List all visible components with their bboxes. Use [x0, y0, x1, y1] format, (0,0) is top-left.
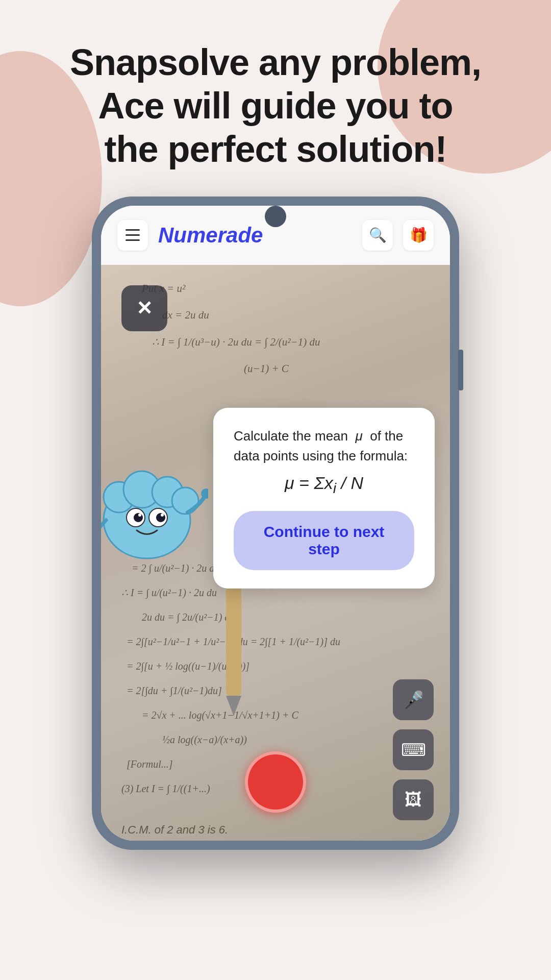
- gift-icon: 🎁: [410, 227, 428, 243]
- keyboard-icon: ⌨: [401, 740, 426, 760]
- svg-point-8: [156, 513, 165, 522]
- app-logo: Numerade: [158, 223, 352, 248]
- bottom-controls: 🎤 ⌨ 🖼: [393, 679, 434, 820]
- continue-button[interactable]: Continue to next step: [234, 511, 414, 570]
- record-button[interactable]: [245, 751, 306, 813]
- headline-line3: the perfect solution!: [104, 129, 446, 169]
- phone-inner: Numerade 🔍 🎁 Put x = u² dx = 2u du ∴ I =…: [101, 206, 450, 841]
- camera-view: Put x = u² dx = 2u du ∴ I = ∫ 1/(u³−u) ·…: [101, 265, 450, 841]
- screen-bottom-text: I.C.M. of 2 and 3 is 6.: [121, 823, 228, 837]
- pen-visual: [203, 573, 264, 728]
- gallery-icon: 🖼: [405, 790, 422, 810]
- search-icon: 🔍: [369, 227, 387, 243]
- mascot: [101, 459, 208, 571]
- svg-marker-14: [226, 696, 241, 716]
- svg-point-10: [161, 513, 164, 517]
- headline-text: Snapsolve any problem, Ace will guide yo…: [31, 41, 520, 171]
- phone-camera: [265, 206, 286, 227]
- info-card: Calculate the mean μ of the data points …: [213, 408, 435, 589]
- flash-x-icon: ✕: [136, 297, 153, 320]
- math-lines-bg: Put x = u² dx = 2u du ∴ I = ∫ 1/(u³−u) ·…: [142, 275, 430, 382]
- info-card-description: Calculate the mean μ of the data points …: [234, 426, 414, 466]
- hamburger-line3: [126, 239, 140, 241]
- phone-side-button: [458, 350, 463, 390]
- mic-icon: 🎤: [403, 690, 424, 710]
- flash-button[interactable]: ✕: [121, 285, 167, 331]
- keyboard-button[interactable]: ⌨: [393, 729, 434, 770]
- svg-rect-12: [226, 573, 241, 696]
- search-button[interactable]: 🔍: [362, 220, 393, 251]
- phone-wrapper: Numerade 🔍 🎁 Put x = u² dx = 2u du ∴ I =…: [0, 197, 551, 850]
- gallery-button[interactable]: 🖼: [393, 779, 434, 820]
- phone-frame: Numerade 🔍 🎁 Put x = u² dx = 2u du ∴ I =…: [92, 197, 459, 850]
- headline-section: Snapsolve any problem, Ace will guide yo…: [0, 0, 551, 191]
- svg-point-9: [138, 513, 141, 517]
- headline-line2: Ace will guide you to: [98, 85, 453, 126]
- and-text: and: [177, 823, 195, 836]
- gift-button[interactable]: 🎁: [403, 220, 434, 251]
- hamburger-line1: [126, 229, 140, 231]
- headline-line1: Snapsolve any problem,: [70, 42, 481, 83]
- svg-point-7: [134, 513, 143, 522]
- info-card-formula: μ = Σxi / N: [234, 473, 414, 497]
- hamburger-button[interactable]: [117, 220, 148, 251]
- mic-button[interactable]: 🎤: [393, 679, 434, 720]
- hamburger-line2: [126, 234, 140, 236]
